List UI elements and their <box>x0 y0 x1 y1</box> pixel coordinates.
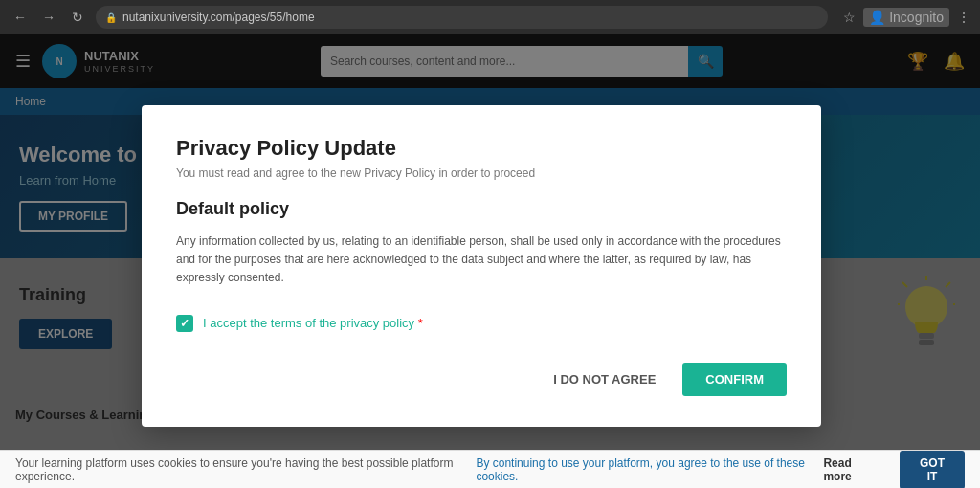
lock-icon: 🔒 <box>105 12 117 23</box>
modal-policy-title: Default policy <box>176 199 787 219</box>
checkmark-icon: ✓ <box>180 317 189 330</box>
browser-bar: ← → ↻ 🔒 nutanixuniversity.com/pages/55/h… <box>0 0 980 34</box>
checkbox-label: I accept the terms of the privacy policy… <box>203 316 423 330</box>
accept-checkbox[interactable]: ✓ <box>176 315 193 332</box>
read-more-link[interactable]: Read more <box>823 456 877 483</box>
cookie-bar: Your learning platform uses cookies to e… <box>0 450 980 488</box>
forward-button[interactable]: → <box>38 7 59 28</box>
cookie-text-part1: Your learning platform uses cookies to e… <box>15 456 464 483</box>
checkbox-row: ✓ I accept the terms of the privacy poli… <box>176 315 787 332</box>
checkbox-label-text: I accept the terms of the privacy policy <box>203 316 414 330</box>
modal-subtitle: You must read and agree to the new Priva… <box>176 166 787 180</box>
required-star: * <box>418 316 423 330</box>
refresh-button[interactable]: ↻ <box>67 7 88 28</box>
modal-actions: I DO NOT AGREE CONFIRM <box>176 363 787 396</box>
confirm-button[interactable]: CONFIRM <box>682 363 787 396</box>
incognito-avatar: 👤 <box>869 10 885 25</box>
modal-title: Privacy Policy Update <box>176 136 787 161</box>
incognito-label: Incognito <box>889 10 944 25</box>
url-bar[interactable]: 🔒 nutanixuniversity.com/pages/55/home <box>96 6 828 29</box>
got-it-button[interactable]: GOT IT <box>900 451 965 489</box>
cookie-text-link[interactable]: By continuing to use your platform, you … <box>476 456 812 483</box>
incognito-badge: 👤 Incognito <box>863 8 949 27</box>
modal-policy-text: Any information collected by us, relatin… <box>176 233 787 288</box>
back-button[interactable]: ← <box>10 7 31 28</box>
do-not-agree-button[interactable]: I DO NOT AGREE <box>538 363 671 396</box>
star-icon[interactable]: ☆ <box>843 10 856 25</box>
more-menu-icon[interactable]: ⋮ <box>957 10 970 25</box>
browser-right-icons: ☆ 👤 Incognito ⋮ <box>843 8 970 27</box>
url-text: nutanixuniversity.com/pages/55/home <box>122 11 315 24</box>
privacy-policy-modal: Privacy Policy Update You must read and … <box>142 105 821 427</box>
